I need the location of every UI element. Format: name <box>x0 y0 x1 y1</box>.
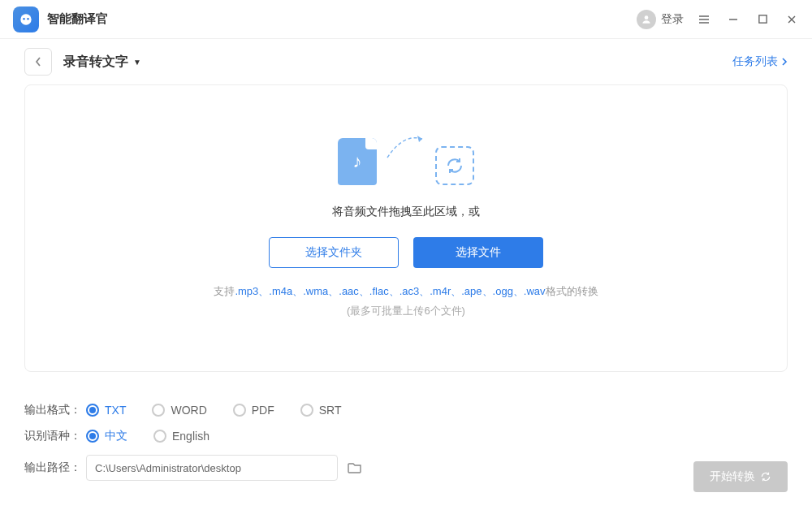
svg-point-0 <box>20 14 31 24</box>
language-label: 识别语种： <box>24 429 86 443</box>
language-radio-zh[interactable]: 中文 <box>86 429 127 443</box>
drop-hint-text: 将音频文件拖拽至此区域，或 <box>332 205 480 219</box>
maximize-icon[interactable] <box>755 12 770 27</box>
format-radio-srt[interactable]: SRT <box>300 404 342 417</box>
page-title-dropdown[interactable]: 录音转文字 ▼ <box>63 54 141 71</box>
format-radio-pdf[interactable]: PDF <box>233 404 274 417</box>
format-radio-word[interactable]: WORD <box>152 404 206 417</box>
select-folder-button[interactable]: 选择文件夹 <box>269 237 399 268</box>
titlebar: 智能翻译官 登录 <box>0 0 812 39</box>
task-list-label: 任务列表 <box>732 54 778 69</box>
toolbar: 录音转文字 ▼ 任务列表 <box>0 39 812 84</box>
output-format-label: 输出格式： <box>24 403 86 417</box>
drop-illustration: ♪ <box>338 138 474 185</box>
drop-zone[interactable]: ♪ 将音频文件拖拽至此区域，或 选择文件夹 选择文件 支持.mp3、.m4a、.… <box>24 84 788 372</box>
login-label: 登录 <box>661 12 684 27</box>
upload-limit-hint: (最多可批量上传6个文件) <box>347 304 465 318</box>
browse-folder-button[interactable] <box>346 459 364 477</box>
refresh-icon <box>760 471 771 482</box>
avatar-icon <box>637 10 656 29</box>
convert-icon <box>435 146 474 185</box>
menu-icon[interactable] <box>697 12 711 27</box>
svg-rect-8 <box>758 15 766 23</box>
format-hint: 支持.mp3、.m4a、.wma、.aac、.flac、.ac3、.m4r、.a… <box>214 284 598 299</box>
minimize-icon[interactable] <box>726 12 741 27</box>
start-convert-button[interactable]: 开始转换 <box>693 461 788 492</box>
login-button[interactable]: 登录 <box>637 10 684 29</box>
settings-panel: 输出格式： TXT WORD PDF SRT 识别语种： 中文 English … <box>0 388 812 510</box>
caret-down-icon: ▼ <box>133 58 141 67</box>
convert-label: 开始转换 <box>710 469 755 484</box>
arrow-icon <box>383 129 429 162</box>
svg-marker-11 <box>417 136 422 142</box>
back-button[interactable] <box>24 48 52 76</box>
task-list-link[interactable]: 任务列表 <box>732 54 788 69</box>
select-file-button[interactable]: 选择文件 <box>413 237 543 268</box>
output-path-label: 输出路径： <box>24 460 86 475</box>
language-radio-en[interactable]: English <box>153 429 209 443</box>
svg-point-1 <box>23 17 25 19</box>
audio-file-icon: ♪ <box>338 138 377 185</box>
output-path-input[interactable] <box>86 455 338 481</box>
svg-point-3 <box>645 15 649 19</box>
page-title-label: 录音转文字 <box>63 54 128 71</box>
app-title: 智能翻译官 <box>47 11 108 27</box>
close-icon[interactable] <box>784 12 799 27</box>
svg-point-2 <box>27 17 29 19</box>
app-logo <box>13 6 39 32</box>
format-radio-txt[interactable]: TXT <box>86 404 126 417</box>
